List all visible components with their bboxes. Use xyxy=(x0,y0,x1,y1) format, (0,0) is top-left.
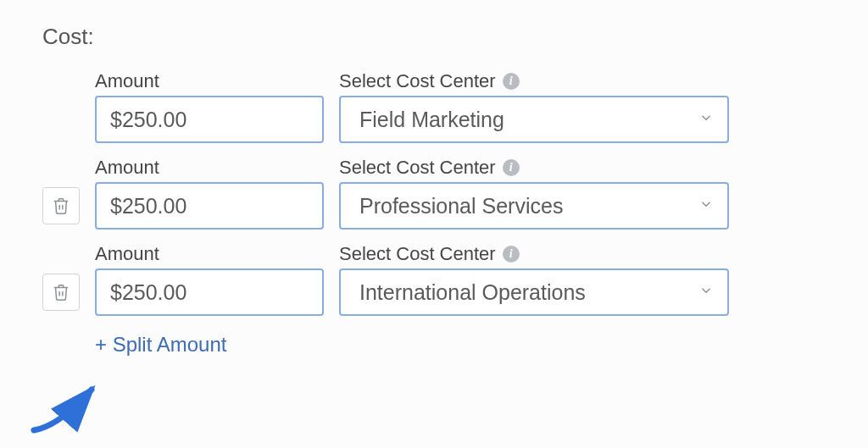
amount-input[interactable] xyxy=(95,268,324,316)
cost-row: Amount Select Cost Center i Professional… xyxy=(42,157,826,230)
cost-center-field-group: Select Cost Center i International Opera… xyxy=(339,243,729,316)
cost-center-label: Select Cost Center i xyxy=(339,243,729,265)
cost-center-field-group: Select Cost Center i Field Marketing xyxy=(339,70,729,143)
amount-field-group: Amount xyxy=(95,70,324,143)
delete-row-button[interactable] xyxy=(42,187,80,224)
amount-field-group: Amount xyxy=(95,157,324,230)
info-icon[interactable]: i xyxy=(503,159,520,176)
cost-center-label-text: Select Cost Center xyxy=(339,157,496,179)
info-icon[interactable]: i xyxy=(503,246,520,263)
arrow-annotation xyxy=(25,379,110,442)
cost-center-value: International Operations xyxy=(359,280,586,305)
cost-row: Amount Select Cost Center i Internationa… xyxy=(42,243,826,316)
amount-label: Amount xyxy=(95,157,324,179)
cost-section-label: Cost: xyxy=(42,24,826,50)
amount-label: Amount xyxy=(95,243,324,265)
cost-row: Amount Select Cost Center i Field Market… xyxy=(42,70,826,143)
delete-slot xyxy=(42,96,80,143)
amount-label: Amount xyxy=(95,70,324,92)
split-amount-link[interactable]: + Split Amount xyxy=(95,333,226,357)
cost-center-select[interactable]: International Operations xyxy=(339,268,729,316)
cost-center-label: Select Cost Center i xyxy=(339,157,729,179)
info-icon[interactable]: i xyxy=(503,73,520,90)
amount-input[interactable] xyxy=(95,96,324,143)
trash-icon xyxy=(52,196,70,215)
cost-rows: Amount Select Cost Center i Field Market… xyxy=(42,70,826,316)
delete-slot xyxy=(42,268,80,316)
cost-center-value: Professional Services xyxy=(359,194,563,218)
cost-center-value: Field Marketing xyxy=(359,108,504,132)
cost-center-label: Select Cost Center i xyxy=(339,70,729,92)
cost-center-select[interactable]: Professional Services xyxy=(339,182,729,230)
cost-center-field-group: Select Cost Center i Professional Servic… xyxy=(339,157,729,230)
amount-field-group: Amount xyxy=(95,243,324,316)
cost-center-select[interactable]: Field Marketing xyxy=(339,96,729,143)
amount-input[interactable] xyxy=(95,182,324,230)
cost-center-label-text: Select Cost Center xyxy=(339,243,496,265)
cost-center-label-text: Select Cost Center xyxy=(339,70,496,92)
delete-row-button[interactable] xyxy=(42,274,80,311)
trash-icon xyxy=(52,283,70,301)
delete-slot xyxy=(42,182,80,230)
